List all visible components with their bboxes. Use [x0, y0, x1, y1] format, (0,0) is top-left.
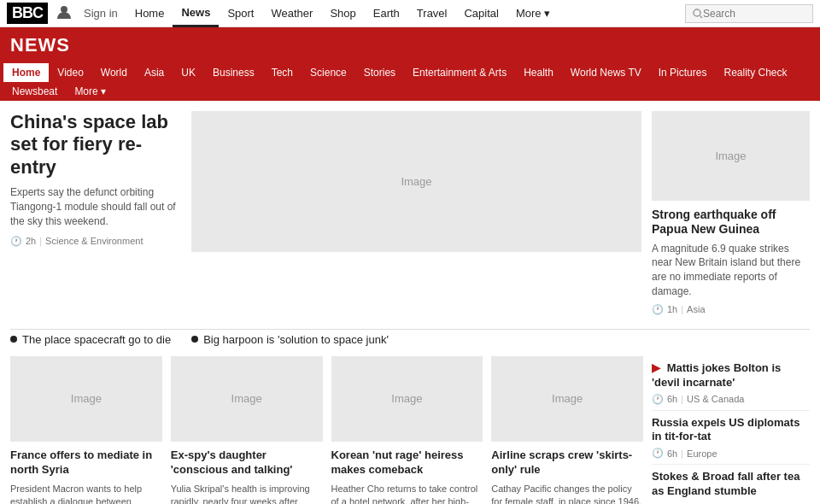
side-story-time: 1h: [667, 304, 677, 314]
side-story-category[interactable]: Asia: [687, 304, 705, 314]
news-banner-title: NEWS: [10, 34, 70, 56]
right-column: ▶ Mattis jokes Bolton is 'devil incarnat…: [652, 356, 810, 504]
top-navigation: BBC Sign in Home News Sport Weather Shop…: [0, 0, 820, 27]
top-story-placeholder: Image: [191, 111, 641, 252]
sec-nav-entertainment[interactable]: Entertainment & Arts: [404, 63, 515, 82]
card-3-image: Image: [491, 356, 643, 442]
right-item-2: Stokes & Broad fall after tea as England…: [652, 465, 810, 504]
right-item-2-headline[interactable]: Stokes & Broad fall after tea as England…: [652, 470, 810, 499]
svg-line-2: [700, 15, 703, 18]
side-story-image: Image: [652, 111, 810, 201]
card-0-image: Image: [10, 356, 162, 442]
card-0-description: President Macron wants to help establish…: [10, 483, 162, 504]
right-item-0-time: 6h: [667, 394, 677, 404]
bullet-dot: [191, 336, 198, 343]
sec-nav-stories[interactable]: Stories: [355, 63, 404, 82]
right-item-0-category[interactable]: US & Canada: [687, 394, 744, 404]
secondary-navigation: Home Video World Asia UK Business Tech S…: [0, 63, 820, 101]
top-story-section: China's space lab set for fiery re-entry…: [10, 111, 810, 315]
arrow-icon: ▶: [652, 361, 660, 374]
card-0-headline[interactable]: France offers to mediate in north Syria: [10, 448, 162, 478]
middle-section: Image France offers to mediate in north …: [10, 356, 810, 504]
clock-icon: 🕐: [10, 236, 22, 247]
news-banner: NEWS: [0, 27, 820, 63]
card-0: Image France offers to mediate in north …: [10, 356, 162, 504]
side-story-meta: 🕐 1h | Asia: [652, 304, 810, 315]
top-story-meta: 🕐 2h | Science & Environment: [10, 236, 181, 247]
sec-nav-business[interactable]: Business: [204, 63, 263, 82]
sec-nav-more[interactable]: More ▾: [66, 82, 114, 101]
sec-nav-world[interactable]: World: [92, 63, 136, 82]
sec-nav-science[interactable]: Science: [302, 63, 355, 82]
sec-nav-uk[interactable]: UK: [173, 63, 204, 82]
bullet-dot: [10, 336, 17, 343]
sec-nav-home[interactable]: Home: [3, 63, 49, 82]
nav-earth[interactable]: Earth: [365, 0, 408, 27]
card-3: Image Airline scraps crew 'skirts-only' …: [491, 356, 643, 504]
card-1-description: Yulia Skripal's health is improving rapi…: [171, 483, 323, 504]
top-story-category[interactable]: Science & Environment: [45, 236, 143, 246]
right-item-1: Russia expels US diplomats in tit-for-ta…: [652, 411, 810, 466]
svg-point-0: [61, 6, 67, 13]
side-story-headline[interactable]: Strong earthquake off Papua New Guinea: [652, 208, 810, 237]
bbc-logo[interactable]: BBC: [7, 3, 48, 24]
card-2-description: Heather Cho returns to take control of a…: [331, 483, 483, 504]
right-item-1-meta: 🕐 6h | Europe: [652, 448, 810, 459]
top-story-description: Experts say the defunct orbiting Tiangon…: [10, 185, 181, 228]
main-content: China's space lab set for fiery re-entry…: [0, 101, 820, 504]
svg-point-1: [694, 9, 700, 16]
right-item-1-category[interactable]: Europe: [687, 448, 717, 459]
clock-icon-r0: 🕐: [652, 394, 664, 405]
sec-nav-video[interactable]: Video: [49, 63, 91, 82]
nav-weather[interactable]: Weather: [262, 0, 321, 27]
sign-in-link[interactable]: Sign in: [75, 0, 126, 27]
card-3-description: Cathay Pacific changes the policy for fe…: [491, 483, 643, 504]
bullet-link-0[interactable]: The place spacecraft go to die: [22, 333, 171, 346]
card-2-image: Image: [331, 356, 483, 442]
bullet-link-1[interactable]: Big harpoon is 'solution to space junk': [203, 333, 389, 346]
top-story-image: Image: [191, 111, 641, 315]
search-box[interactable]: [685, 4, 813, 23]
sec-nav-worldnewstv[interactable]: World News TV: [562, 63, 650, 82]
nav-news[interactable]: News: [173, 0, 219, 27]
nav-sport[interactable]: Sport: [219, 0, 262, 27]
card-1-image: Image: [171, 356, 323, 442]
search-icon: [693, 9, 703, 19]
right-item-0-headline[interactable]: ▶ Mattis jokes Bolton is 'devil incarnat…: [652, 361, 810, 390]
right-item-0-meta: 🕐 6h | US & Canada: [652, 394, 810, 405]
sec-nav-realitycheck[interactable]: Reality Check: [715, 63, 795, 82]
right-item-1-headline[interactable]: Russia expels US diplomats in tit-for-ta…: [652, 416, 810, 445]
clock-icon-r1: 🕐: [652, 448, 664, 459]
bullet-item: The place spacecraft go to die: [10, 333, 171, 346]
nav-capital[interactable]: Capital: [455, 0, 507, 27]
user-icon[interactable]: [56, 4, 72, 22]
card-3-headline[interactable]: Airline scraps crew 'skirts-only' rule: [491, 448, 643, 478]
side-story: Image Strong earthquake off Papua New Gu…: [652, 111, 810, 315]
sec-nav-health[interactable]: Health: [515, 63, 562, 82]
search-input[interactable]: [703, 8, 805, 20]
card-2: Image Korean 'nut rage' heiress makes co…: [331, 356, 483, 504]
nav-more[interactable]: More ▾: [507, 0, 559, 27]
side-story-description: A magnitude 6.9 quake strikes near New B…: [652, 242, 810, 299]
bullets-row: The place spacecraft go to die Big harpo…: [10, 329, 810, 346]
card-2-headline[interactable]: Korean 'nut rage' heiress makes comeback: [331, 448, 483, 478]
cards-row: Image France offers to mediate in north …: [10, 356, 643, 504]
clock-icon-side: 🕐: [652, 304, 664, 315]
top-story-headline[interactable]: China's space lab set for fiery re-entry: [10, 111, 181, 179]
sec-nav-asia[interactable]: Asia: [136, 63, 173, 82]
bullet-item: Big harpoon is 'solution to space junk': [191, 333, 389, 346]
nav-home[interactable]: Home: [126, 0, 173, 27]
right-item-1-time: 6h: [667, 448, 677, 459]
sec-nav-tech[interactable]: Tech: [263, 63, 302, 82]
sec-nav-newsbeat[interactable]: Newsbeat: [3, 82, 66, 101]
right-item-0: ▶ Mattis jokes Bolton is 'devil incarnat…: [652, 356, 810, 411]
top-story-text: China's space lab set for fiery re-entry…: [10, 111, 181, 315]
card-1-headline[interactable]: Ex-spy's daughter 'conscious and talking…: [171, 448, 323, 478]
card-1: Image Ex-spy's daughter 'conscious and t…: [171, 356, 323, 504]
top-story-time: 2h: [26, 236, 36, 246]
sec-nav-inpictures[interactable]: In Pictures: [650, 63, 716, 82]
nav-travel[interactable]: Travel: [408, 0, 456, 27]
nav-shop[interactable]: Shop: [321, 0, 364, 27]
